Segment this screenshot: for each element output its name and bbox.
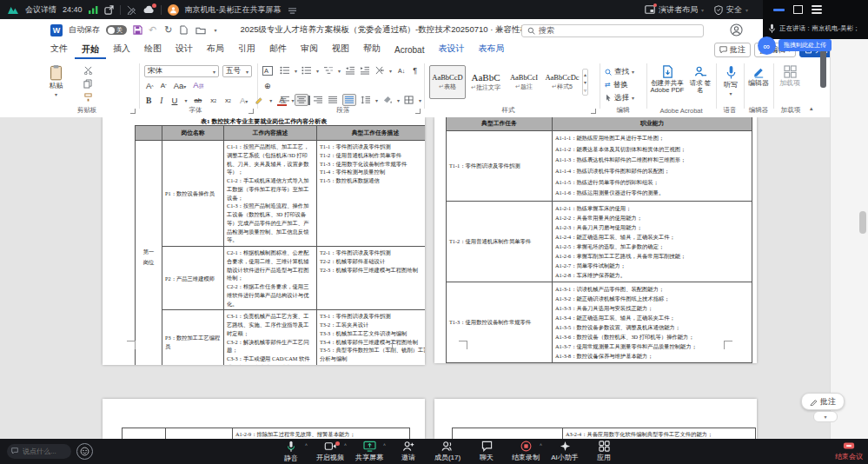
- tab-acrobat[interactable]: Acrobat: [388, 43, 431, 59]
- sort-button[interactable]: A↓: [396, 68, 407, 74]
- tab-insert[interactable]: 插入: [106, 40, 137, 59]
- members-button[interactable]: 成员(17): [433, 441, 462, 463]
- collapse-ribbon-button[interactable]: ▴: [810, 105, 813, 112]
- chat-button[interactable]: 聊天: [472, 441, 501, 463]
- redo-button[interactable]: ↻: [164, 24, 172, 36]
- page-5[interactable]: A1-2-9：排除加工过程常见故障、报警基本能力； A1-2-10：具有常用量具…: [103, 399, 425, 439]
- increase-indent-button[interactable]: [360, 66, 370, 75]
- format-painter-icon[interactable]: [83, 93, 93, 102]
- qat-more-button[interactable]: ▾: [214, 27, 216, 33]
- tab-layout[interactable]: 布局: [200, 40, 231, 59]
- minimize-button[interactable]: [773, 9, 785, 11]
- char-border-button[interactable]: A: [262, 66, 273, 76]
- start-video-button[interactable]: ˄开启视频: [315, 441, 345, 463]
- font-name-select[interactable]: 宋体▾: [144, 65, 219, 77]
- tab-view[interactable]: 视图: [325, 40, 356, 59]
- tab-mailings[interactable]: 邮件: [262, 40, 294, 59]
- floating-annotate-button[interactable]: 批注: [801, 393, 845, 410]
- adobe-sign-button[interactable]: 请求 签名: [688, 65, 712, 95]
- align-right-button[interactable]: [313, 96, 323, 104]
- styles-more-button[interactable]: ▿: [584, 87, 586, 93]
- distribute-button[interactable]: [342, 94, 356, 106]
- comments-button[interactable]: 批注: [714, 43, 751, 57]
- document-title[interactable]: 2025级专业人才培养方案模板（党委会通过稿）-数控技术20250710 · 兼…: [240, 24, 568, 36]
- bullets-button[interactable]: [280, 66, 290, 75]
- invite-button[interactable]: 邀请: [394, 441, 423, 463]
- shrink-font-button[interactable]: Aˇ: [159, 82, 169, 89]
- style-card-table[interactable]: AaBbCcD ↵表格: [429, 65, 466, 99]
- undo-button[interactable]: ↶: [149, 24, 156, 36]
- page-6[interactable]: A3-2-4：具备应用数字化软件编制典型零件工艺文件的能力；: [434, 399, 757, 439]
- decrease-indent-button[interactable]: [345, 66, 355, 75]
- grow-font-button[interactable]: A^: [144, 81, 156, 90]
- styles-down-button[interactable]: ▾: [584, 79, 586, 85]
- tab-draw[interactable]: 绘图: [137, 40, 169, 59]
- page-3[interactable]: 表1 数控技术专业主要就业岗位工作内容分析表 岗位名称 工作内容描述 典型工作任…: [103, 117, 425, 365]
- multilevel-list-button[interactable]: [323, 66, 334, 75]
- open-folder-button[interactable]: [195, 26, 206, 35]
- tab-review[interactable]: 审阅: [294, 40, 325, 59]
- autosave-toggle[interactable]: 关: [106, 25, 127, 35]
- text-effects-button[interactable]: A▾: [238, 96, 249, 105]
- cloud-docs-icon[interactable]: [142, 5, 155, 14]
- style-card-style5[interactable]: AaBbCcDc ↵样式5: [544, 65, 580, 99]
- tab-help[interactable]: 帮助: [356, 40, 388, 59]
- italic-button[interactable]: I: [158, 96, 164, 105]
- security-button[interactable]: 安全▾: [714, 4, 748, 16]
- shading-button[interactable]: [382, 96, 393, 104]
- paragraph-launcher[interactable]: [415, 109, 421, 114]
- tab-table-layout[interactable]: 表布局: [471, 40, 511, 59]
- borders-button[interactable]: [404, 96, 414, 104]
- align-left-button[interactable]: [280, 96, 290, 104]
- strikethrough-button[interactable]: ab: [192, 96, 203, 104]
- tab-table-design[interactable]: 表设计: [431, 40, 471, 59]
- popout-icon[interactable]: [104, 5, 114, 15]
- style-card-caption[interactable]: AaBbCcI ↵题注: [506, 65, 542, 99]
- share-screen-button[interactable]: ˄共享屏幕: [354, 441, 384, 463]
- highlight-button[interactable]: [255, 96, 264, 105]
- styles-launcher[interactable]: [591, 109, 596, 114]
- enclose-char-button[interactable]: ⊕: [262, 82, 273, 90]
- tab-design[interactable]: 设计: [169, 40, 200, 59]
- phonetic-guide-button[interactable]: A拼: [191, 80, 205, 90]
- page-4[interactable]: 典型工作任务 职业能力 T1-1：零件图识读及零件拆测 A1-1-1：能熟练应用…: [434, 117, 757, 363]
- cut-icon[interactable]: [83, 66, 93, 75]
- scrollbar-thumb[interactable]: [859, 211, 866, 234]
- addins-button[interactable]: 加载项: [779, 65, 801, 88]
- stop-record-button[interactable]: ˄结束录制: [511, 441, 540, 463]
- subscript-button[interactable]: x2: [209, 96, 218, 104]
- numbering-button[interactable]: [301, 66, 312, 75]
- select-button[interactable]: 选择▾: [605, 92, 634, 103]
- mute-button[interactable]: ˄静音: [276, 441, 306, 463]
- meeting-float-logo[interactable]: ∞: [758, 36, 776, 55]
- asian-layout-button[interactable]: [374, 66, 385, 75]
- line-spacing-button[interactable]: [361, 96, 371, 104]
- underline-button[interactable]: U: [170, 96, 180, 105]
- justify-button[interactable]: [328, 96, 338, 104]
- align-center-button[interactable]: [295, 94, 308, 106]
- dictate-button[interactable]: 听写▾: [719, 65, 742, 96]
- end-meeting-button[interactable]: 结束会议: [835, 441, 863, 461]
- styles-up-button[interactable]: ▴: [584, 71, 586, 77]
- maximize-button[interactable]: [793, 5, 803, 14]
- font-launcher[interactable]: [248, 109, 254, 114]
- menu-button[interactable]: [812, 5, 822, 14]
- font-size-select[interactable]: 五号▾: [222, 65, 252, 77]
- pilcrow-button[interactable]: ¶: [411, 66, 419, 75]
- search-input[interactable]: 搜索: [521, 24, 704, 37]
- tab-file[interactable]: 文件: [43, 40, 75, 59]
- speaker-layout-button[interactable]: 演讲者布局▾: [645, 4, 704, 16]
- find-button[interactable]: 查找▾: [605, 66, 634, 77]
- change-case-button[interactable]: Aa▾: [172, 81, 189, 90]
- tab-home[interactable]: 开始: [75, 41, 106, 60]
- clipboard-launcher[interactable]: [130, 109, 136, 114]
- editor-button[interactable]: 编辑器: [747, 65, 770, 88]
- apps-button[interactable]: 应用: [589, 441, 619, 463]
- account-icon[interactable]: [730, 23, 743, 36]
- annotate-pen-icon[interactable]: [127, 5, 136, 15]
- adobe-create-pdf-button[interactable]: 创建并共享 Adobe PDF: [650, 65, 685, 95]
- floating-collapse-button[interactable]: ▾: [813, 411, 838, 422]
- reactions-button[interactable]: [76, 443, 93, 460]
- meeting-detail-button[interactable]: 会议详情: [25, 4, 56, 16]
- tab-references[interactable]: 引用: [231, 40, 262, 59]
